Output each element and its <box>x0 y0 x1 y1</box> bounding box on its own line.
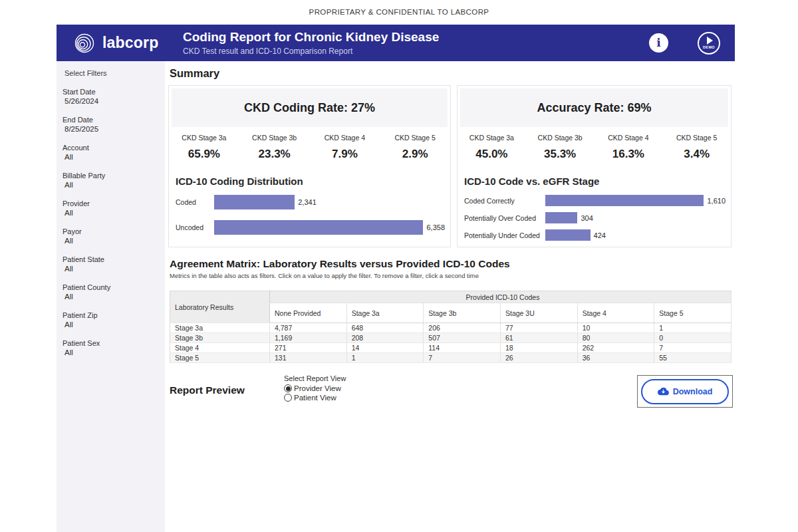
table-row: Stage 3b 1,169 208 507 61 80 0 <box>170 333 732 343</box>
stage-value: 2.9% <box>380 148 450 161</box>
stage-label: CKD Stage 3a <box>458 134 526 142</box>
stage-label: CKD Stage 4 <box>310 134 380 142</box>
matrix-cell[interactable]: 10 <box>577 323 654 333</box>
filter-patient-sex[interactable]: Patient Sex All <box>63 339 160 356</box>
filter-value[interactable]: All <box>63 321 160 329</box>
radio-label: Patient View <box>294 394 336 402</box>
matrix-cell[interactable]: 114 <box>424 343 501 353</box>
filter-value[interactable]: All <box>63 348 160 356</box>
matrix-cell[interactable]: 271 <box>270 343 347 353</box>
filter-provider[interactable]: Provider All <box>63 200 160 217</box>
filter-label: Patient County <box>63 283 160 291</box>
matrix-cell[interactable]: 1,169 <box>270 333 347 343</box>
bar-value-label: 1,610 <box>707 197 726 205</box>
radio-selected-icon[interactable] <box>284 384 292 392</box>
col-header-stage-3a: Stage 3a <box>346 303 424 323</box>
matrix-cell[interactable]: 77 <box>500 323 577 333</box>
play-icon <box>707 37 713 45</box>
matrix-cell[interactable]: 0 <box>654 333 732 343</box>
stage-label: CKD Stage 5 <box>662 134 731 142</box>
filter-value[interactable]: All <box>63 293 160 301</box>
matrix-cell[interactable]: 1 <box>346 353 424 363</box>
matrix-cell[interactable]: 4,787 <box>270 323 347 333</box>
filter-label: Patient Sex <box>63 339 160 347</box>
ckd-coding-rate-card: CKD Coding Rate: 27% CKD Stage 3a65.9% C… <box>168 85 451 247</box>
ckd-coding-rate-title: CKD Coding Rate: 27% <box>172 88 448 127</box>
download-button[interactable]: Download <box>641 379 729 404</box>
demo-label: DEMO <box>703 45 715 49</box>
matrix-cell[interactable]: 206 <box>424 323 501 333</box>
stage-value: 65.9% <box>169 148 239 161</box>
table-row: Stage 3a 4,787 648 206 77 10 1 <box>170 323 732 333</box>
matrix-cell[interactable]: 1 <box>654 323 732 333</box>
stage-value: 16.3% <box>595 148 663 161</box>
matrix-cell[interactable]: 80 <box>577 333 654 343</box>
filter-label: End Date <box>63 116 160 124</box>
filter-value[interactable]: All <box>63 153 160 161</box>
matrix-cell[interactable]: 507 <box>424 333 501 343</box>
matrix-cell[interactable]: 18 <box>500 343 577 353</box>
over-coded-bar <box>545 212 577 223</box>
bar-category-label: Coded Correctly <box>464 197 545 205</box>
stage-label: CKD Stage 4 <box>595 134 663 142</box>
matrix-cell[interactable]: 648 <box>346 323 424 333</box>
filters-title: Select Filters <box>65 69 160 77</box>
filter-account[interactable]: Account All <box>63 144 160 161</box>
radio-unselected-icon[interactable] <box>284 394 292 402</box>
filter-end-date[interactable]: End Date 8/25/2025 <box>63 116 160 133</box>
filter-value[interactable]: All <box>63 237 160 245</box>
coding-distribution-chart: Coded 2,341 Uncoded 6,358 <box>176 195 445 235</box>
egfr-stage-chart-title: ICD-10 Code vs. eGFR Stage <box>464 176 724 187</box>
filters-sidebar: Select Filters Start Date 5/26/2024 End … <box>57 61 165 532</box>
bar-value-label: 6,358 <box>426 223 445 231</box>
filter-start-date[interactable]: Start Date 5/26/2024 <box>63 88 160 105</box>
labcorp-rings-icon <box>72 31 96 55</box>
agreement-matrix-title: Agreement Matrix: Laboratory Results ver… <box>170 258 510 270</box>
filter-payor[interactable]: Payor All <box>63 227 160 245</box>
filter-patient-zip[interactable]: Patient Zip All <box>63 311 160 329</box>
view-selector-label: Select Report View <box>284 374 346 382</box>
matrix-cell[interactable]: 7 <box>424 353 501 363</box>
matrix-cell[interactable]: 36 <box>577 353 654 363</box>
page-subtitle: CKD Test result and ICD-10 Comparison Re… <box>183 47 439 56</box>
matrix-cell[interactable]: 131 <box>270 353 347 363</box>
agreement-matrix-table: Laboratory Results Provided ICD-10 Codes… <box>170 291 732 363</box>
matrix-cell[interactable]: 61 <box>500 333 577 343</box>
report-preview-title: Report Preview <box>170 384 245 396</box>
filter-value[interactable]: 5/26/2024 <box>63 97 160 105</box>
matrix-cell[interactable]: 14 <box>346 343 424 353</box>
report-view-selector: Select Report View Provider View Patient… <box>284 374 346 403</box>
filter-value[interactable]: 8/25/2025 <box>63 125 160 133</box>
filter-value[interactable]: All <box>63 265 160 273</box>
stage-value: 23.3% <box>239 148 310 161</box>
stage-label: CKD Stage 3b <box>239 134 310 142</box>
filter-patient-state[interactable]: Patient State All <box>63 255 160 273</box>
coding-distribution-chart-title: ICD-10 Coding Distribution <box>176 176 444 187</box>
row-label: Stage 5 <box>170 353 270 363</box>
demo-play-button[interactable]: DEMO <box>698 32 720 55</box>
filter-value[interactable]: All <box>63 209 160 217</box>
col-header-stage-3b: Stage 3b <box>424 303 501 323</box>
filter-billable-party[interactable]: Billable Party All <box>63 172 160 189</box>
provider-view-option[interactable]: Provider View <box>284 384 346 392</box>
header-bar: labcorp Coding Report for Chronic Kidney… <box>57 25 735 61</box>
filter-label: Start Date <box>63 88 160 96</box>
matrix-cell[interactable]: 7 <box>654 343 732 353</box>
filter-value[interactable]: All <box>63 181 160 189</box>
matrix-cell[interactable]: 208 <box>346 333 424 343</box>
row-label: Stage 3b <box>170 333 270 343</box>
bar-value-label: 304 <box>581 214 593 222</box>
bar-category-label: Uncoded <box>176 223 214 231</box>
download-button-container: Download <box>637 375 733 408</box>
stage-value: 35.3% <box>526 148 595 161</box>
row-label: Stage 4 <box>170 343 270 353</box>
info-button[interactable]: i <box>649 33 668 53</box>
labcorp-logo: labcorp <box>72 31 166 55</box>
patient-view-option[interactable]: Patient View <box>284 394 346 402</box>
uncoded-bar <box>214 220 423 235</box>
matrix-cell[interactable]: 55 <box>654 353 732 363</box>
matrix-cell[interactable]: 26 <box>500 353 577 363</box>
bar-category-label: Potentially Over Coded <box>464 214 545 222</box>
matrix-cell[interactable]: 262 <box>577 343 654 353</box>
filter-patient-county[interactable]: Patient County All <box>63 283 160 301</box>
